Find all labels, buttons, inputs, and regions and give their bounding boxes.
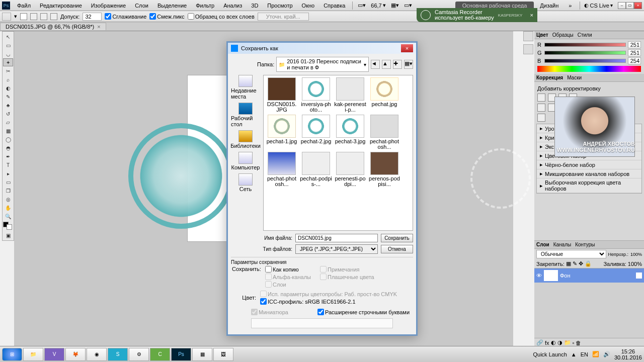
file-item[interactable]: perenesti-podpi... bbox=[334, 152, 366, 187]
dodge-tool-icon[interactable]: ◓ bbox=[3, 144, 13, 152]
notification-close-icon[interactable]: × bbox=[530, 12, 533, 18]
brush-tool-icon[interactable]: ✎ bbox=[3, 93, 13, 101]
screen-mode-selector[interactable]: ▭▾ bbox=[356, 2, 368, 9]
contiguous-checkbox[interactable]: Смеж.пикс bbox=[149, 13, 184, 20]
opacity-value[interactable]: 100% bbox=[630, 252, 642, 257]
menu-image[interactable]: Изображение bbox=[87, 2, 130, 10]
preset-item[interactable]: ▸Микширование каналов наборов bbox=[537, 169, 641, 178]
tab-masks[interactable]: Маски bbox=[567, 75, 582, 80]
file-item[interactable]: pechat-photosh... bbox=[368, 115, 400, 150]
file-item[interactable]: pechat-2.jpg bbox=[300, 115, 332, 150]
file-item[interactable]: pechat-1.jpg bbox=[266, 115, 298, 150]
menu-select[interactable]: Выделение bbox=[153, 2, 191, 10]
stamp-tool-icon[interactable]: ♣ bbox=[3, 101, 13, 109]
start-button[interactable]: ⊞ bbox=[2, 348, 22, 361]
file-item[interactable]: DSCN0015.JPG bbox=[266, 77, 298, 113]
doc-restore-button[interactable]: ▭ bbox=[626, 2, 634, 9]
filename-input[interactable] bbox=[295, 234, 378, 242]
screen-mode[interactable]: ▭▾ bbox=[402, 2, 414, 9]
document-tab[interactable]: DSCN0015.JPG @ 66,7% (RGB/8*) × bbox=[0, 23, 106, 30]
fx-icon[interactable]: fx bbox=[545, 340, 549, 346]
adj-invert-icon[interactable] bbox=[537, 114, 545, 122]
tray-overflow-icon[interactable]: ▲ bbox=[571, 351, 577, 357]
3d-camera-tool-icon[interactable]: ◎ bbox=[3, 195, 13, 203]
taskbar-chrome-icon[interactable]: ◉ bbox=[87, 348, 107, 361]
lock-all-icon[interactable]: 🔒 bbox=[585, 260, 592, 267]
eyedropper-tool-icon[interactable]: ⌕ bbox=[3, 75, 13, 83]
zoom-level[interactable]: 66,7▾ bbox=[369, 2, 387, 9]
tab-color[interactable]: Цвет bbox=[536, 32, 548, 38]
lasso-tool-icon[interactable]: ◡ bbox=[3, 50, 13, 58]
place-computer[interactable]: Компьютер bbox=[231, 152, 260, 170]
menu-help[interactable]: Справка bbox=[319, 2, 349, 10]
tray-network-icon[interactable]: 📶 bbox=[592, 351, 599, 357]
adj-vibrance-icon[interactable] bbox=[537, 104, 545, 112]
file-item[interactable]: inversiya-photo... bbox=[300, 77, 332, 113]
r-slider[interactable] bbox=[544, 43, 626, 47]
crop-tool-icon[interactable]: ✂ bbox=[3, 67, 13, 75]
r-value[interactable]: 251 bbox=[628, 41, 641, 48]
tab-adjustments[interactable]: Коррекция bbox=[536, 75, 563, 80]
taskbar-firefox-icon[interactable]: 🦊 bbox=[65, 348, 86, 361]
taskbar-photoshop-icon[interactable]: Ps bbox=[171, 348, 191, 361]
history-panel-icon[interactable] bbox=[523, 31, 533, 41]
taskbar-app3-icon[interactable]: 🖼 bbox=[213, 348, 233, 361]
b-slider[interactable] bbox=[544, 59, 626, 63]
pen-tool-icon[interactable]: ✒ bbox=[3, 152, 13, 160]
visibility-icon[interactable]: 👁 bbox=[536, 273, 542, 279]
folder-path[interactable]: 📁 2016 01-29 Перенос подписи и печати в … bbox=[276, 57, 369, 72]
place-network[interactable]: Сеть bbox=[238, 173, 253, 192]
layer-background[interactable]: 👁 Фон bbox=[534, 268, 644, 283]
new-folder-button[interactable]: ✚ bbox=[393, 60, 402, 69]
g-slider[interactable] bbox=[544, 51, 626, 55]
eraser-tool-icon[interactable]: ▱ bbox=[3, 118, 13, 126]
icc-checkbox[interactable]: ICC-профиль: sRGB IEC61966-2.1 bbox=[260, 298, 397, 305]
tab-channels[interactable]: Каналы bbox=[553, 242, 572, 247]
taskbar-app2-icon[interactable]: ▦ bbox=[192, 348, 212, 361]
taskbar-skype-icon[interactable]: S bbox=[108, 348, 128, 361]
selection-add-icon[interactable] bbox=[30, 13, 37, 20]
folder-icon[interactable]: 📁 bbox=[564, 339, 571, 346]
place-libraries[interactable]: Библиотеки bbox=[230, 130, 261, 149]
taskbar-viber-icon[interactable]: V bbox=[44, 348, 64, 361]
menu-edit[interactable]: Редактирование bbox=[36, 2, 86, 10]
mask-icon[interactable]: ◐ bbox=[551, 339, 556, 346]
file-item[interactable]: pechat-podpis-... bbox=[300, 152, 332, 187]
file-item[interactable]: kak-perenesti-p... bbox=[334, 77, 366, 113]
tab-styles[interactable]: Стили bbox=[578, 32, 592, 38]
lowercase-ext-checkbox[interactable]: Расширение строчными буквами bbox=[317, 309, 410, 315]
doc-close-button[interactable]: × bbox=[634, 2, 642, 9]
selection-new-icon[interactable] bbox=[20, 13, 27, 20]
dialog-close-button[interactable]: × bbox=[401, 44, 413, 52]
g-value[interactable]: 251 bbox=[628, 49, 641, 56]
antialias-checkbox[interactable]: Сглаживание bbox=[105, 13, 146, 20]
menu-filter[interactable]: Фильтр bbox=[192, 2, 218, 10]
healing-tool-icon[interactable]: ◐ bbox=[3, 84, 13, 92]
menu-file[interactable]: Файл bbox=[13, 2, 35, 10]
tab-paths[interactable]: Контуры bbox=[575, 242, 595, 247]
color-swatches[interactable] bbox=[3, 222, 12, 230]
shape-tool-icon[interactable]: ▭ bbox=[3, 178, 13, 186]
menu-window[interactable]: Окно bbox=[298, 2, 319, 10]
quick-launch-label[interactable]: Quick Launch bbox=[533, 351, 567, 357]
fill-value[interactable]: 100% bbox=[628, 261, 642, 267]
doc-minimize-button[interactable]: – bbox=[618, 2, 626, 9]
filetype-select[interactable]: JPEG (*.JPG;*.JPEG;*.JPE) bbox=[295, 244, 378, 254]
language-indicator[interactable]: EN bbox=[581, 351, 588, 357]
blend-mode-select[interactable]: Обычные bbox=[536, 250, 606, 258]
cslive-button[interactable]: ◐ CS Live ▾ bbox=[584, 3, 613, 9]
file-item[interactable]: pechat.jpg bbox=[368, 77, 400, 113]
magic-wand-tool-icon[interactable]: ✦ bbox=[3, 58, 13, 66]
path-select-tool-icon[interactable]: ▸ bbox=[3, 169, 13, 177]
place-desktop[interactable]: Рабочий стол bbox=[231, 103, 260, 127]
color-spectrum[interactable] bbox=[537, 66, 641, 72]
menu-analysis[interactable]: Анализ bbox=[219, 2, 246, 10]
workspace-design[interactable]: Дизайн bbox=[536, 2, 562, 10]
as-copy-checkbox[interactable]: Как копию bbox=[265, 266, 311, 273]
preset-item[interactable]: ▸Чёрно-белое набор bbox=[537, 160, 641, 169]
taskbar-explorer-icon[interactable]: 📁 bbox=[23, 348, 43, 361]
preset-item[interactable]: ▸Выборочная коррекция цвета наборов bbox=[537, 178, 641, 193]
document-tab-close-icon[interactable]: × bbox=[97, 24, 100, 30]
arrange-docs[interactable]: ▦▾ bbox=[389, 2, 401, 9]
marquee-tool-icon[interactable]: ▭ bbox=[3, 41, 13, 49]
